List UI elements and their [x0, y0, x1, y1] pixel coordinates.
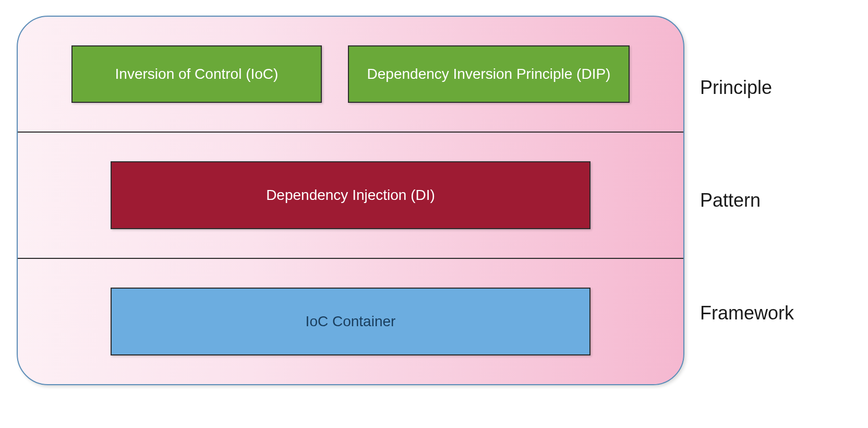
- label-framework: Framework: [700, 302, 830, 324]
- block-di: Dependency Injection (DI): [111, 161, 590, 229]
- label-principle: Principle: [700, 77, 830, 99]
- row-framework: IoC Container: [18, 259, 683, 384]
- labels-column: Principle Pattern Framework: [700, 16, 830, 385]
- block-ioc: Inversion of Control (IoC): [71, 45, 322, 103]
- label-pattern: Pattern: [700, 189, 830, 211]
- main-container: Inversion of Control (IoC) Dependency In…: [17, 16, 684, 385]
- row-principle: Inversion of Control (IoC) Dependency In…: [18, 17, 683, 132]
- block-ioc-container: IoC Container: [111, 288, 590, 355]
- block-dip: Dependency Inversion Principle (DIP): [348, 45, 630, 103]
- diagram-wrapper: Inversion of Control (IoC) Dependency In…: [17, 16, 851, 385]
- row-pattern: Dependency Injection (DI): [18, 133, 683, 258]
